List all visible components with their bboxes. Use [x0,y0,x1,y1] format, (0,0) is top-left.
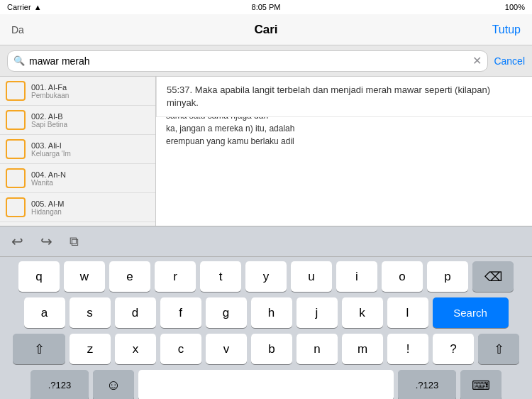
chapter-sub: Sapi Betina [31,121,67,129]
key-c[interactable]: c [160,334,201,364]
key-q[interactable]: q [18,261,60,292]
wifi-icon: ▲ [34,3,42,11]
list-item[interactable]: 003. Ali-I Keluarga 'Im [0,135,155,164]
search-result-text: 55:37. Maka apabila langit terbelah dan … [167,84,490,108]
status-time: 8:05 PM [252,3,281,11]
search-icon: 🔍 [13,55,25,66]
content-area: 001. Al-Fa Pembukaan 002. Al-B Sapi Beti… [0,77,532,226]
search-input-wrap[interactable]: 🔍 ✕ [7,50,488,72]
keyboard: q w e r t y u i o p ⌫ a s d f g h j k l … [0,257,532,399]
chapter-sub: Wanita [31,179,66,187]
main-text-4: ka, jangan a mereka n) itu, adalah [166,122,522,135]
shift-left-key[interactable]: ⇧ [13,334,65,364]
clipboard-button[interactable]: ⧉ [67,231,82,252]
key-l[interactable]: l [387,297,428,328]
key-s[interactable]: s [70,297,111,328]
key-e[interactable]: e [109,261,150,292]
keyboard-row-3: ⇧ z x c v b n m ! ? ⇧ [3,334,529,364]
key-a[interactable]: a [24,297,65,328]
search-clear-button[interactable]: ✕ [472,54,482,67]
key-u[interactable]: u [291,261,332,292]
list-item[interactable]: 005. Al-M Hidangan [0,193,155,222]
key-p[interactable]: p [427,261,468,292]
key-j[interactable]: j [297,297,338,328]
key-d[interactable]: d [115,297,156,328]
battery-label: 100% [505,3,525,11]
search-result-item[interactable]: 55:37. Maka apabila langit terbelah dan … [157,77,532,117]
backspace-key[interactable]: ⌫ [472,261,514,292]
nav-close-button[interactable]: Tutup [492,23,521,36]
key-question[interactable]: ? [433,334,474,364]
chapter-icon [6,168,26,188]
numpad2-key[interactable]: .?123 [398,370,456,399]
chapter-sub: Hidangan [31,208,64,216]
chapter-icon [6,110,26,130]
key-x[interactable]: x [115,334,156,364]
status-right: 100% [505,3,525,11]
key-v[interactable]: v [206,334,247,364]
undo-button[interactable]: ↩ [9,230,26,253]
chapter-num: 002. Al-B [31,112,67,121]
key-b[interactable]: b [251,334,292,364]
chapter-sub: Pembukaan [31,92,69,99]
chapter-list: 001. Al-Fa Pembukaan 002. Al-B Sapi Beti… [0,77,156,226]
keyboard-row-1: q w e r t y u i o p ⌫ [3,261,529,292]
search-input[interactable] [29,55,468,67]
status-left: Carrier ▲ [7,3,42,11]
key-i[interactable]: i [336,261,377,292]
chapter-num: 005. Al-M [31,200,64,208]
key-w[interactable]: w [64,261,105,292]
list-item[interactable]: 006. Al-A Binatang Te [0,222,155,226]
key-t[interactable]: t [200,261,241,292]
chapter-icon [6,139,26,159]
key-k[interactable]: k [342,297,383,328]
status-bar: Carrier ▲ 8:05 PM 100% [0,0,532,14]
list-item[interactable]: 001. Al-Fa Pembukaan [0,77,155,106]
key-f[interactable]: f [160,297,201,328]
search-key[interactable]: Search [433,297,509,328]
nav-bar: Da Cari Tutup [0,14,532,45]
key-o[interactable]: o [382,261,423,292]
key-m[interactable]: m [342,334,383,364]
list-item[interactable]: 002. Al-B Sapi Betina [0,106,155,135]
search-bar: 🔍 ✕ Cancel [0,45,532,77]
chapter-num: 003. Ali-I [31,141,71,150]
numpad-key[interactable]: .?123 [31,370,89,399]
shift-right-key[interactable]: ⇧ [478,334,519,364]
nav-left-label: Da [11,24,24,35]
keyboard-row-2: a s d f g h j k l Search [3,297,529,328]
key-r[interactable]: r [155,261,196,292]
carrier-label: Carrier [7,3,31,11]
search-results-overlay: 55:37. Maka apabila langit terbelah dan … [156,77,532,117]
emoji-key[interactable]: ☺ [93,370,134,399]
search-cancel-button[interactable]: Cancel [494,55,525,67]
key-y[interactable]: y [245,261,287,292]
key-n[interactable]: n [297,334,338,364]
key-exclaim[interactable]: ! [387,334,428,364]
keyboard-row-4: .?123 ☺ .?123 ⌨ [3,370,529,399]
hide-keyboard-key[interactable]: ⌨ [460,370,501,399]
chapter-num: 001. Al-Fa [31,83,69,92]
chapter-icon [6,197,26,217]
space-key[interactable] [138,370,394,399]
keyboard-toolbar: ↩ ↪ ⧉ [0,226,532,257]
chapter-icon [6,81,26,101]
key-g[interactable]: g [206,297,247,328]
nav-title: Cari [254,23,277,37]
list-item[interactable]: 004. An-N Wanita [0,164,155,193]
chapter-sub: Keluarga 'Im [31,150,71,158]
redo-button[interactable]: ↪ [38,230,55,253]
key-z[interactable]: z [70,334,111,364]
key-h[interactable]: h [251,297,292,328]
chapter-num: 004. An-N [31,170,66,179]
main-text-5: erempuan yang kamu berlaku adil [166,135,522,148]
